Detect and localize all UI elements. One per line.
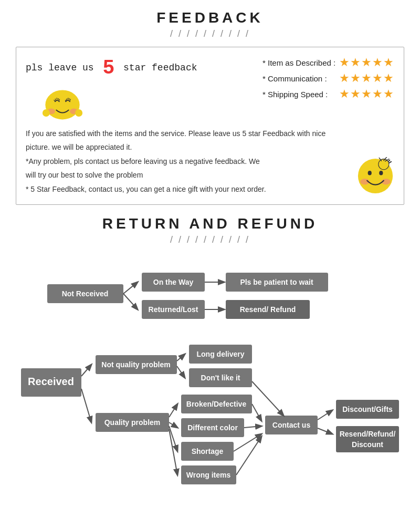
long-delivery-label: Long delivery	[196, 350, 244, 358]
svg-line-63	[318, 428, 332, 434]
svg-line-32	[123, 282, 138, 294]
svg-line-5	[57, 98, 57, 99]
feedback-ratings: * Item as Described : ★★★★★ * Communicat…	[262, 56, 394, 101]
not-received-label: Not Received	[62, 289, 109, 298]
svg-line-50	[81, 389, 91, 422]
feedback-section: FEEDBACK / / / / / / / / / / pls leave u…	[0, 0, 420, 210]
svg-point-19	[379, 171, 383, 175]
svg-point-18	[368, 171, 372, 175]
on-the-way-label: On the Way	[153, 278, 194, 286]
svg-line-62	[318, 410, 332, 420]
rating-communication: * Communication : ★★★★★	[262, 71, 394, 85]
feedback-divider: / / / / / / / / / /	[16, 28, 404, 39]
svg-text:Discount: Discount	[352, 440, 383, 449]
svg-line-57	[252, 404, 261, 421]
quality-label: Quality problem	[104, 418, 161, 427]
contact-us-label: Contact us	[272, 421, 311, 429]
svg-line-54	[169, 422, 177, 428]
feedback-left-text: pls leave us 5 star feedback	[26, 57, 197, 79]
svg-line-61	[252, 381, 284, 416]
feedback-body-text: If you are satisfied with the items and …	[26, 128, 394, 195]
not-quality-label: Not quality problem	[101, 360, 170, 369]
flowchart: Not Received On the Way Pls be patient t…	[16, 253, 404, 500]
svg-point-0	[45, 90, 79, 119]
resend-refund-label: Resend/ Refund	[240, 305, 296, 314]
svg-line-10	[68, 98, 68, 99]
feedback-title: FEEDBACK	[16, 9, 404, 26]
rating-shipping: * Shipping Speed : ★★★★★	[262, 87, 394, 101]
diff-color-label: Different color	[187, 423, 238, 432]
svg-line-8	[65, 100, 66, 101]
svg-line-33	[123, 294, 138, 309]
shortage-label: Shortage	[192, 447, 224, 455]
refund-divider: / / / / / / / / / /	[16, 234, 404, 245]
refund-title: RETURN AND REFUND	[16, 215, 404, 232]
svg-line-56	[169, 429, 177, 475]
svg-line-7	[59, 99, 60, 101]
discount-gifts-label: Discount/Gifts	[342, 405, 393, 413]
svg-line-49	[81, 365, 91, 376]
patient-label: Pls be patient to wait	[240, 278, 313, 286]
dont-like-label: Don't like it	[201, 374, 240, 382]
svg-point-13	[43, 109, 50, 117]
svg-line-52	[177, 366, 185, 378]
resend-refund-discount-label: Resend/Refund/	[340, 430, 396, 438]
rating-item-described: * Item as Described : ★★★★★	[262, 56, 394, 69]
wrong-items-label: Wrong items	[186, 471, 231, 479]
broken-label: Broken/Defective	[186, 400, 247, 408]
svg-line-53	[169, 404, 177, 417]
smiley-face-top	[41, 84, 197, 122]
svg-line-58	[244, 426, 261, 428]
svg-point-14	[75, 109, 82, 117]
feedback-box: pls leave us 5 star feedback	[16, 47, 404, 205]
svg-line-11	[69, 98, 69, 100]
refund-section: RETURN AND REFUND / / / / / / / / / / No…	[0, 210, 420, 507]
smiley-face-bottom	[356, 157, 394, 197]
svg-line-51	[177, 354, 185, 361]
received-label: Received	[28, 376, 74, 387]
returned-lost-label: Returned/Lost	[149, 305, 198, 314]
